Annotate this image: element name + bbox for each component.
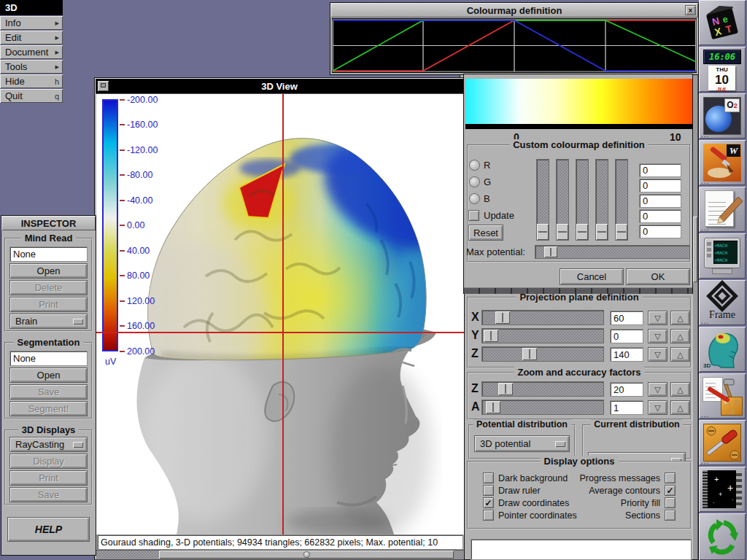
scrollbar-knob[interactable] — [159, 551, 454, 559]
checkbox[interactable]: ✓ — [483, 510, 494, 521]
colour-slider-1[interactable] — [536, 159, 549, 241]
checkbox[interactable]: ✓ — [665, 472, 676, 483]
slider-thumb[interactable] — [498, 383, 513, 395]
slider-thumb[interactable] — [576, 224, 588, 240]
checkbox[interactable]: ✓ — [468, 210, 479, 221]
accuracy-decrement-button[interactable]: ▽ — [648, 400, 667, 415]
checkbox[interactable]: ✓ — [483, 485, 494, 496]
z-slider[interactable] — [481, 346, 604, 362]
mind-read-type-popup[interactable]: Brain — [9, 314, 88, 329]
cancel-button[interactable]: Cancel — [560, 268, 624, 285]
display-print-button[interactable]: Print — [9, 470, 88, 486]
zoom-decrement-button[interactable]: ▽ — [648, 382, 667, 397]
checkbox[interactable]: ✓ — [665, 485, 676, 496]
dialog-resize-bar[interactable] — [464, 287, 692, 294]
z-decrement-button[interactable]: ▽ — [648, 347, 667, 362]
slider-thumb[interactable] — [537, 224, 549, 240]
dock-tile-recycler[interactable] — [699, 513, 746, 560]
display-save-button[interactable]: Save — [9, 487, 88, 502]
menu-item-tools[interactable]: Tools▸ — [0, 60, 63, 74]
menu-item-hide[interactable]: Hideh — [0, 74, 63, 88]
colour-value-field-1[interactable]: 0 — [639, 163, 681, 177]
colour-value-field-4[interactable]: 0 — [639, 209, 681, 223]
mind-read-delete-button[interactable]: Delete — [9, 280, 88, 295]
green-channel-radio[interactable]: G — [470, 176, 491, 187]
segment-button[interactable]: Segment! — [9, 401, 88, 416]
slider-thumb[interactable] — [522, 348, 537, 360]
slider-thumb[interactable] — [495, 311, 510, 324]
menu-title[interactable]: 3D — [0, 0, 63, 15]
message-area[interactable] — [471, 539, 692, 560]
y-decrement-button[interactable]: ▽ — [648, 329, 667, 343]
mind-read-print-button[interactable]: Print — [9, 297, 88, 312]
potential-distribution-popup[interactable]: 3D potential — [474, 435, 570, 452]
zoom-factor-slider[interactable] — [481, 381, 604, 397]
dock-tile-installer[interactable] — [699, 373, 746, 419]
dock-tile-next-logo[interactable]: N e X T — [699, 0, 746, 45]
display-mode-popup[interactable]: RayCasting — [9, 437, 88, 452]
menu-item-edit[interactable]: Edit▸ — [0, 31, 63, 44]
blue-channel-radio[interactable]: B — [470, 193, 490, 204]
priority-fill-option[interactable]: Priority fill✓ — [511, 497, 676, 508]
zoom-factor-field[interactable]: 20 — [610, 382, 643, 397]
colourmap-curve-editor[interactable] — [332, 18, 697, 73]
checkbox[interactable]: ✓ — [665, 497, 676, 508]
colour-value-field-3[interactable]: 0 — [639, 194, 681, 208]
horizontal-scrollbar[interactable] — [96, 550, 464, 559]
panel-scrollbar[interactable] — [692, 63, 698, 559]
slider-thumb[interactable] — [484, 330, 498, 342]
slider-thumb[interactable] — [544, 246, 557, 257]
checkbox[interactable]: ✓ — [483, 497, 494, 508]
slider-thumb[interactable] — [557, 224, 568, 240]
scrollbar-knob[interactable] — [693, 217, 697, 282]
colour-slider-2[interactable] — [556, 159, 569, 241]
checkbox[interactable]: ✓ — [665, 510, 676, 521]
menu-item-info[interactable]: Info▸ — [0, 16, 63, 30]
average-contours-option[interactable]: Average contours✓ — [511, 485, 676, 496]
max-potential-slider[interactable] — [535, 245, 690, 259]
colour-slider-3[interactable] — [576, 159, 589, 241]
checkbox[interactable]: ✓ — [483, 472, 494, 483]
render-viewport[interactable]: -200.00 -160.00 -120.00 -80.00 -40.00 0.… — [96, 94, 464, 534]
red-channel-radio[interactable]: R — [470, 160, 490, 171]
reset-button[interactable]: Reset — [468, 225, 503, 241]
window-titlebar[interactable]: 3D View — [95, 78, 464, 94]
z-increment-button[interactable]: △ — [670, 347, 690, 362]
window-titlebar[interactable]: Colourmap definition × — [330, 3, 698, 18]
help-button[interactable]: HELP — [7, 517, 90, 542]
accuracy-factor-field[interactable]: 1 — [610, 400, 643, 415]
zoom-increment-button[interactable]: △ — [670, 382, 690, 397]
x-slider[interactable] — [481, 310, 604, 325]
segmentation-save-button[interactable]: Save — [9, 384, 88, 400]
update-option[interactable]: ✓Update — [468, 210, 514, 221]
segmentation-open-button[interactable]: Open — [9, 368, 88, 383]
mind-read-file-field[interactable]: None — [9, 246, 88, 262]
z-value-field[interactable]: 140 — [610, 347, 643, 362]
close-button[interactable]: × — [685, 5, 696, 15]
dock-tile-console[interactable]: >MACH >MACH >MACH — [699, 233, 746, 279]
slider-thumb[interactable] — [486, 401, 500, 413]
sections-option[interactable]: Sections✓ — [511, 510, 676, 521]
display-button[interactable]: Display — [9, 454, 88, 469]
menu-item-document[interactable]: Document▸ — [0, 45, 63, 59]
segmentation-file-field[interactable]: None — [9, 351, 88, 366]
colour-value-field-2[interactable]: 0 — [639, 179, 681, 192]
ok-button[interactable]: OK — [626, 268, 690, 285]
dock-tile-clock-calendar[interactable]: 16:06 THU 10 JUL — [699, 47, 746, 92]
slider-thumb[interactable] — [616, 224, 627, 240]
dock-tile-3d-app[interactable]: 3D — [699, 327, 746, 372]
progress-messages-option[interactable]: Progress messages✓ — [511, 472, 676, 483]
inspector-titlebar[interactable]: INSPECTOR — [1, 216, 96, 230]
dock-tile-browser[interactable]: O2 — [699, 93, 746, 139]
accuracy-increment-button[interactable]: △ — [670, 400, 690, 415]
x-increment-button[interactable]: △ — [670, 311, 690, 325]
mind-read-open-button[interactable]: Open — [9, 263, 88, 279]
miniaturize-button[interactable] — [98, 81, 109, 91]
colour-value-field-5[interactable]: 0 — [639, 225, 681, 238]
dock-tile-writeup[interactable]: W — [699, 140, 746, 185]
colour-slider-5[interactable] — [615, 159, 628, 241]
dock-tile-backspace[interactable]: + + + · · — [699, 467, 746, 512]
y-value-field[interactable]: 0 — [610, 329, 643, 343]
dock-tile-editor[interactable] — [699, 187, 746, 232]
y-increment-button[interactable]: △ — [670, 329, 690, 343]
